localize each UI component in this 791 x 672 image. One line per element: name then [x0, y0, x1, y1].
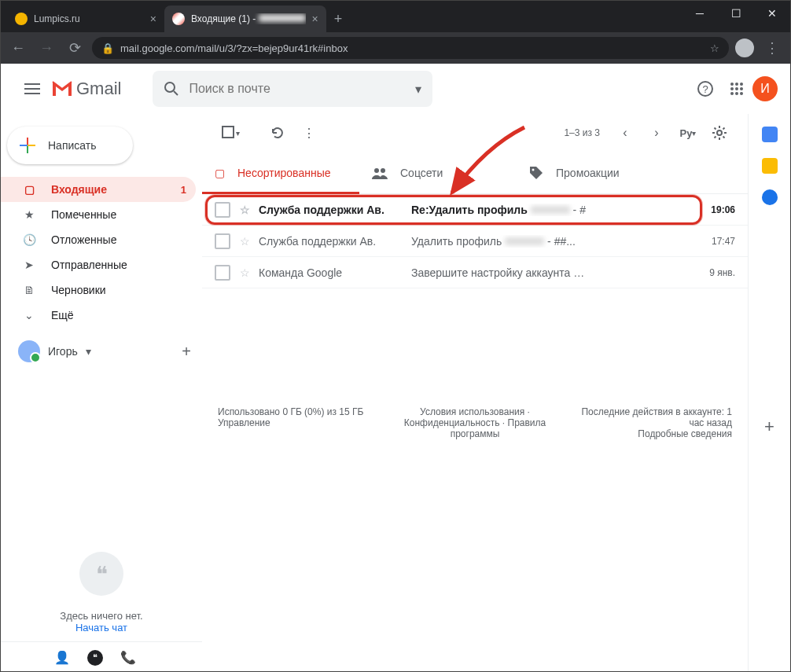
star-icon[interactable]: ☆	[237, 204, 252, 216]
main-panel: ▾ ⋮ 1–3 из 3 ‹ › Ру▾	[202, 114, 748, 672]
sidebar-item-label: Помеченные	[51, 208, 116, 221]
svg-point-14	[374, 168, 379, 173]
side-panel: +	[748, 114, 790, 672]
hangouts-panel: ❝ Здесь ничего нет. Начать чат	[1, 528, 202, 641]
calendar-addon-icon[interactable]	[762, 127, 778, 142]
search-box[interactable]: ▾	[153, 71, 432, 107]
clock-icon: 🕓	[21, 233, 37, 246]
email-sender: Команда Google	[259, 266, 405, 279]
search-input[interactable]	[189, 82, 414, 96]
star-icon[interactable]: ☆	[237, 235, 252, 248]
address-bar[interactable]: 🔒 mail.google.com/mail/u/3/?zx=bejep9ur4…	[92, 37, 729, 59]
mail-toolbar: ▾ ⋮ 1–3 из 3 ‹ › Ру▾	[202, 114, 748, 152]
hangouts-user[interactable]: Игорь ▾ +	[1, 334, 202, 369]
input-tools-button[interactable]: Ру▾	[672, 117, 704, 149]
sidebar-item-snoozed[interactable]: 🕓 Отложенные	[1, 227, 196, 252]
user-presence-icon	[18, 340, 40, 362]
gmail-logo[interactable]: Gmail	[51, 79, 121, 99]
search-dropdown-icon[interactable]: ▾	[415, 82, 421, 97]
window-minimize-button[interactable]: ─	[682, 1, 718, 26]
tab-primary[interactable]: ▢ Несортированные	[202, 152, 359, 193]
email-subject: Завершите настройку аккаунта …	[411, 266, 682, 279]
sidebar-item-sent[interactable]: ➤ Отправленные	[1, 252, 196, 277]
more-actions-button[interactable]: ⋮	[293, 117, 325, 149]
select-all-checkbox[interactable]: ▾	[215, 117, 246, 149]
close-tab-icon[interactable]: ×	[150, 13, 156, 25]
svg-point-15	[381, 168, 385, 173]
email-sender: Служба поддержки Ав.	[259, 204, 405, 216]
manage-storage-link[interactable]: Управление	[218, 417, 270, 428]
tab-promotions[interactable]: Промоакции	[517, 152, 674, 193]
profile-avatar-icon[interactable]	[735, 39, 754, 57]
account-avatar[interactable]: И	[752, 76, 778, 101]
svg-point-0	[165, 83, 175, 92]
phone-icon[interactable]: 📞	[114, 644, 142, 672]
user-dropdown-icon[interactable]: ▾	[86, 345, 91, 358]
row-checkbox[interactable]	[215, 202, 230, 218]
sidebar-item-label: Ещё	[51, 309, 74, 321]
close-tab-icon[interactable]: ×	[312, 13, 318, 25]
prev-page-button[interactable]: ‹	[609, 117, 641, 149]
addons-plus-button[interactable]: +	[764, 417, 774, 437]
window-maximize-button[interactable]: ☐	[718, 1, 754, 26]
tab-title: Входящие (1) -	[191, 13, 306, 24]
sidebar-item-more[interactable]: ⌄ Ещё	[1, 303, 196, 328]
main-menu-button[interactable]	[13, 70, 51, 108]
file-icon: 🗎	[21, 284, 37, 296]
refresh-button[interactable]	[262, 117, 293, 149]
people-icon	[372, 167, 388, 179]
forward-button[interactable]: →	[35, 37, 57, 59]
keep-addon-icon[interactable]	[762, 158, 778, 174]
settings-button[interactable]	[704, 117, 735, 149]
browser-tab-active[interactable]: Входящие (1) - ×	[164, 6, 326, 32]
row-checkbox[interactable]	[215, 233, 230, 249]
activity-details-link[interactable]: Подробные сведения	[638, 428, 732, 439]
bookmark-star-icon[interactable]: ☆	[710, 42, 719, 54]
email-subject: Удалить профиль - ##...	[411, 235, 682, 248]
browser-menu-button[interactable]: ⋮	[760, 39, 784, 57]
browser-toolbar: ← → ⟳ 🔒 mail.google.com/mail/u/3/?zx=bej…	[1, 32, 790, 64]
sidebar-item-starred[interactable]: ★ Помеченные	[1, 202, 196, 227]
sidebar-item-label: Отправленные	[51, 259, 127, 271]
tab-title: Lumpics.ru	[34, 13, 144, 24]
row-checkbox[interactable]	[215, 265, 230, 281]
storage-text: Использовано 0 ГБ (0%) из 15 ГБ	[218, 406, 379, 417]
sidebar-item-inbox[interactable]: ▢ Входящие 1	[1, 177, 196, 202]
email-row[interactable]: ☆Служба поддержки Ав.Re:Удалить профиль …	[202, 194, 748, 226]
star-icon[interactable]: ☆	[237, 266, 252, 279]
tag-icon	[529, 166, 543, 180]
gear-icon	[712, 125, 727, 141]
tab-social[interactable]: Соцсети	[359, 152, 517, 193]
sidebar-item-label: Отложенные	[51, 233, 116, 246]
compose-button[interactable]: Написать	[7, 127, 133, 164]
url-text: mail.google.com/mail/u/3/?zx=bejep9ur41r…	[120, 42, 348, 54]
plus-icon	[18, 136, 37, 155]
svg-point-16	[532, 168, 535, 171]
support-button[interactable]: ?	[690, 73, 721, 105]
start-chat-link[interactable]: Начать чат	[75, 622, 127, 633]
window-close-button[interactable]: ✕	[754, 1, 790, 26]
email-row[interactable]: ☆Команда GoogleЗавершите настройку аккау…	[202, 257, 748, 288]
new-chat-button[interactable]: +	[182, 343, 191, 361]
reload-button[interactable]: ⟳	[64, 37, 86, 59]
sidebar-item-drafts[interactable]: 🗎 Черновики	[1, 277, 196, 303]
new-tab-button[interactable]: +	[326, 6, 351, 32]
contacts-icon[interactable]: 👤	[48, 644, 76, 672]
chats-icon[interactable]: ❝	[81, 644, 109, 672]
email-time: 19:06	[688, 204, 735, 215]
chevron-down-icon: ▾	[236, 129, 240, 138]
next-page-button[interactable]: ›	[641, 117, 672, 149]
back-button[interactable]: ←	[7, 37, 29, 59]
browser-tab[interactable]: Lumpics.ru ×	[7, 6, 164, 32]
terms-text[interactable]: Условия использования · Конфиденциальнос…	[395, 406, 556, 439]
browser-tabstrip: Lumpics.ru × Входящие (1) - × + ─ ☐ ✕	[1, 1, 790, 32]
gmail-favicon-icon	[172, 13, 185, 25]
star-icon: ★	[21, 208, 37, 221]
email-row[interactable]: ☆Служба поддержки Ав.Удалить профиль - #…	[202, 226, 748, 257]
email-time: 9 янв.	[688, 267, 735, 278]
tasks-addon-icon[interactable]	[762, 189, 778, 205]
apps-grid-button[interactable]	[721, 73, 752, 105]
email-list: ☆Служба поддержки Ав.Re:Удалить профиль …	[202, 194, 748, 288]
hangouts-empty-text: Здесь ничего нет.	[17, 610, 186, 622]
activity-text: Последние действия в аккаунте: 1 час наз…	[571, 406, 732, 428]
